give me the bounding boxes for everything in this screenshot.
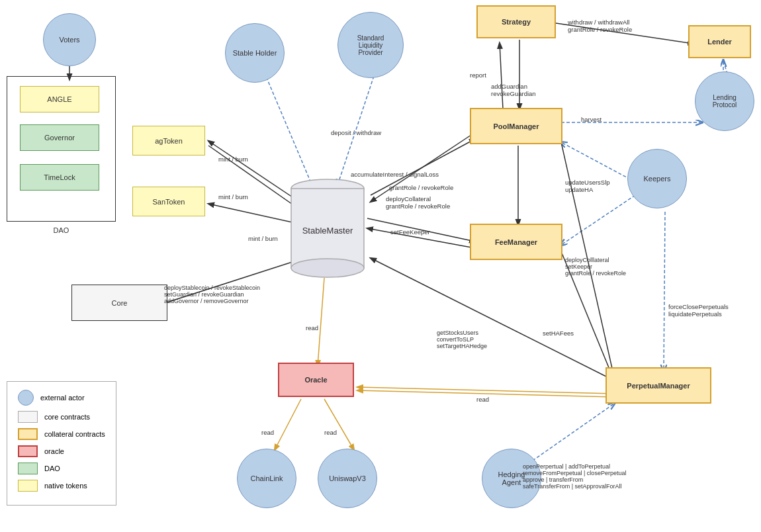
legend-dao-icon [18, 463, 38, 474]
standard-lp-node: StandardLiquidityProvider [337, 12, 404, 78]
legend-dao-label: DAO [44, 465, 60, 472]
angle-label: ANGLE [47, 95, 71, 103]
legend-external-label: external actor [40, 394, 85, 402]
stable-holder-node: Stable Holder [225, 23, 285, 83]
legend-oracle-icon [18, 445, 38, 457]
governor-label: Governor [44, 134, 75, 142]
legend-native: native tokens [18, 480, 105, 492]
strategy-node: Strategy [476, 5, 556, 38]
strategy-label: Strategy [502, 18, 531, 26]
fee-manager-label: FeeManager [495, 238, 537, 246]
santoken-label: SanToken [153, 198, 185, 206]
stablemaster-node: StableMaster [288, 175, 367, 281]
lending-protocol-node: LendingProtocol [695, 71, 754, 131]
hedging-agent-node: HedgingAgent [482, 449, 541, 508]
chainlink-node: ChainLink [237, 449, 296, 508]
legend-collateral-icon [18, 428, 38, 440]
core-label: Core [112, 299, 128, 307]
dao-label: DAO [54, 226, 69, 234]
legend-core-label: core contracts [44, 413, 90, 421]
uniswapv3-node: UniswapV3 [318, 449, 377, 508]
pool-manager-node: PoolManager [470, 108, 562, 144]
uniswapv3-label: UniswapV3 [329, 474, 366, 482]
diagram-container: DAO Voters ANGLE Governor TimeLock Stabl… [0, 0, 761, 532]
svg-line-9 [337, 76, 374, 185]
legend-collateral-label: collateral contracts [44, 430, 105, 438]
core-node: Core [71, 285, 167, 321]
legend-native-label: native tokens [44, 482, 87, 490]
keepers-label: Keepers [644, 175, 671, 183]
perpetual-manager-label: PerpetualManager [627, 382, 690, 390]
svg-point-33 [291, 259, 364, 277]
timelock-label: TimeLock [44, 173, 75, 181]
legend-native-icon [18, 480, 38, 492]
legend-core: core contracts [18, 411, 105, 423]
fee-manager-node: FeeManager [470, 224, 562, 260]
legend-collateral: collateral contracts [18, 428, 105, 440]
legend-oracle-label: oracle [44, 447, 64, 455]
legend-core-icon [18, 411, 38, 423]
svg-line-12 [208, 146, 301, 210]
agtoken-node: agToken [132, 126, 205, 155]
perpetual-manager-node: PerpetualManager [605, 367, 711, 404]
voters-label: Voters [59, 36, 79, 44]
legend-circle-icon [18, 390, 34, 406]
governor-node: Governor [20, 124, 99, 151]
santoken-node: SanToken [132, 187, 205, 216]
standard-lp-label: StandardLiquidityProvider [357, 34, 384, 56]
lender-node: Lender [688, 25, 751, 58]
lending-protocol-label: LendingProtocol [713, 94, 737, 109]
legend-external: external actor [18, 390, 105, 406]
agtoken-label: agToken [155, 137, 183, 145]
timelock-node: TimeLock [20, 164, 99, 191]
hedging-agent-label: HedgingAgent [498, 470, 525, 486]
voters-node: Voters [43, 13, 96, 66]
legend: external actor core contracts collateral… [7, 381, 116, 506]
legend-oracle: oracle [18, 445, 105, 457]
chainlink-label: ChainLink [251, 474, 283, 482]
legend-dao: DAO [18, 463, 105, 474]
stable-holder-label: Stable Holder [233, 49, 277, 57]
lender-label: Lender [707, 38, 732, 46]
pool-manager-label: PoolManager [493, 122, 539, 130]
oracle-node: Oracle [278, 363, 354, 397]
angle-node: ANGLE [20, 86, 99, 112]
keepers-node: Keepers [627, 149, 687, 208]
oracle-label: Oracle [304, 376, 327, 384]
svg-line-2 [167, 258, 304, 302]
svg-line-7 [500, 43, 503, 109]
svg-text:StableMaster: StableMaster [302, 226, 353, 236]
svg-line-3 [556, 23, 694, 44]
